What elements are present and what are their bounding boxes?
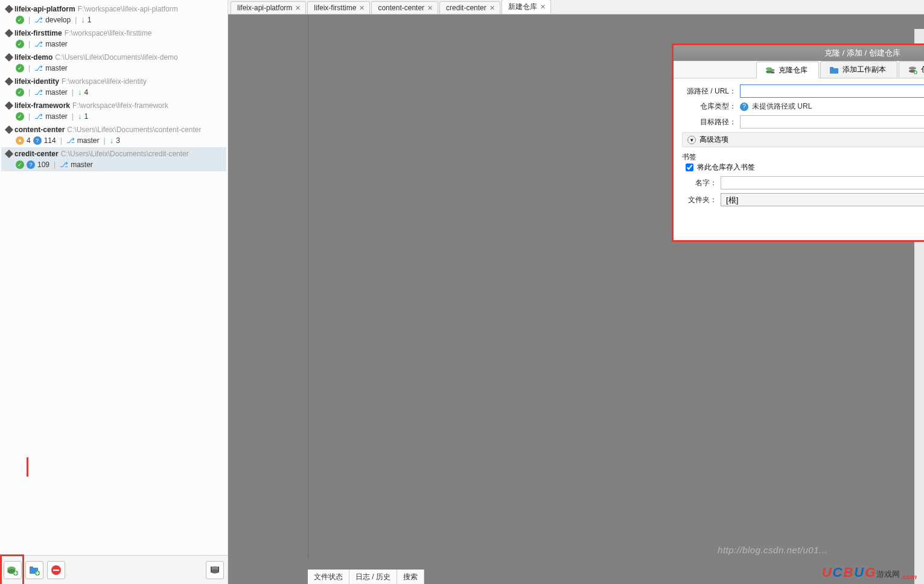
workspace-bottom-tabs: 文件状态 日志 / 历史 搜索 [308, 570, 424, 584]
close-icon[interactable]: ✕ [540, 3, 546, 11]
tab-label: lifeix-firsttime [314, 4, 356, 12]
delete-button[interactable] [47, 561, 65, 579]
repo-path: C:\Users\Lifeix\Documents\content-center [67, 124, 201, 135]
branch-icon: ⎇ [66, 135, 75, 146]
close-icon[interactable]: ✕ [359, 4, 365, 12]
repo-item[interactable]: lifeix-firsttime F:\workspace\lifeix-fir… [1, 27, 226, 51]
tab-label: content-center [378, 4, 424, 12]
tab-item[interactable]: lifeix-firsttime✕ [307, 1, 370, 14]
repo-path: C:\Users\Lifeix\Documents\lifeix-demo [55, 52, 177, 63]
diamond-icon [5, 77, 13, 86]
main-area: lifeix-api-platform✕ lifeix-firsttime✕ c… [228, 0, 924, 584]
repo-item-selected[interactable]: credit-center C:\Users\Lifeix\Documents\… [1, 147, 226, 171]
diamond-icon [5, 53, 13, 62]
tab-item[interactable]: lifeix-api-platform✕ [231, 1, 306, 14]
settings-button[interactable] [206, 561, 224, 579]
repo-branch: master [45, 39, 68, 49]
pull-icon: ↓ [78, 87, 82, 98]
tab-log-history[interactable]: 日志 / 历史 [349, 570, 397, 584]
repo-name: lifeix-identity [14, 76, 59, 87]
repo-path: F:\workspace\lifeix-api-platform [78, 4, 178, 14]
repo-item[interactable]: lifeix-demo C:\Users\Lifeix\Documents\li… [1, 51, 226, 75]
repo-item[interactable]: lifeix-framework F:\workspace\lifeix-fra… [1, 99, 226, 123]
branch-icon: ⎇ [34, 87, 43, 98]
svg-rect-17 [830, 67, 833, 69]
status-ok-icon: ✓ [16, 16, 24, 24]
tab-label: lifeix-api-platform [237, 4, 292, 12]
source-url-input[interactable] [740, 84, 924, 98]
dialog-tab-label: 添加工作副本 [843, 65, 886, 75]
diamond-icon [5, 150, 13, 158]
repo-path: F:\workspace\lifeix-firsttime [65, 28, 152, 39]
tab-item[interactable]: content-center✕ [371, 1, 438, 14]
watermark-brand: UCBUG 游戏网 .com [822, 565, 917, 580]
repo-item[interactable]: content-center C:\Users\Lifeix\Documents… [1, 123, 226, 147]
status-ok-icon: ✓ [16, 88, 24, 97]
dialog-tab-create[interactable]: 创建新仓库 [899, 61, 924, 78]
blue-count-icon: ? [33, 136, 42, 145]
label-folder: 文件夹： [682, 195, 717, 205]
repo-path: F:\workspace\lifeix-identity [62, 76, 147, 87]
workspace: 克隆 / 添加 / 创建仓库 克隆仓库 添加工作副本 创建新仓库 [228, 14, 924, 584]
repo-pull-count: 3 [116, 135, 120, 146]
tab-item[interactable]: credit-center✕ [439, 1, 500, 14]
close-icon[interactable]: ✕ [427, 4, 433, 12]
repo-branch: master [45, 111, 68, 122]
chevron-down-icon: ▾ [687, 136, 696, 144]
sidebar-toolbar [0, 555, 228, 584]
blue-count-icon: ? [27, 160, 35, 169]
status-ok-icon: ✓ [16, 40, 24, 48]
status-warn-icon: ● [16, 136, 24, 145]
repo-name: lifeix-framework [14, 100, 70, 111]
dialog-tab-bar: 克隆仓库 添加工作副本 创建新仓库 [674, 61, 924, 78]
branch-icon: ⎇ [34, 39, 43, 49]
label-source-url: 源路径 / URL： [682, 86, 736, 97]
branch-icon: ⎇ [60, 159, 68, 170]
repo-pull-count: 1 [88, 14, 92, 25]
database-plus-icon [908, 66, 917, 74]
new-repo-button[interactable] [4, 561, 22, 579]
name-input[interactable] [721, 176, 924, 189]
repo-path: F:\workspace\lifeix-framework [72, 100, 168, 111]
pull-icon: ↓ [78, 111, 82, 122]
tab-label: 新建仓库 [508, 2, 537, 12]
folder-icon [829, 66, 839, 74]
svg-rect-7 [53, 570, 59, 571]
repo-item[interactable]: lifeix-api-platform F:\workspace\lifeix-… [1, 2, 226, 27]
label-name: 名字： [682, 178, 717, 188]
svg-rect-4 [30, 567, 33, 568]
folder-select[interactable]: [根] [721, 193, 924, 206]
repo-type-message: 未提供路径或 URL [752, 101, 812, 112]
tab-file-status[interactable]: 文件状态 [308, 570, 349, 584]
svg-point-9 [211, 569, 219, 573]
repo-branch: master [71, 159, 93, 170]
repo-branch: develop [45, 14, 71, 25]
blue-count: 114 [44, 135, 56, 146]
advanced-toggle[interactable]: ▾ 高级选项 [682, 132, 924, 147]
status-ok-icon: ✓ [16, 160, 24, 169]
tab-search[interactable]: 搜索 [397, 570, 424, 584]
dialog-title: 克隆 / 添加 / 创建仓库 [674, 45, 924, 61]
repo-path: C:\Users\Lifeix\Documents\credit-center [61, 148, 189, 159]
pull-icon: ↓ [110, 135, 114, 146]
diamond-icon [5, 101, 13, 110]
bookmark-checkbox[interactable] [686, 163, 693, 171]
repo-pull-count: 1 [84, 111, 88, 122]
annotation-red-mark [27, 457, 28, 477]
close-icon[interactable]: ✕ [295, 4, 301, 12]
repo-item[interactable]: lifeix-identity F:\workspace\lifeix-iden… [1, 75, 226, 99]
info-icon: ? [740, 103, 748, 111]
close-icon[interactable]: ✕ [489, 4, 495, 12]
tab-item-active[interactable]: 新建仓库✕ [502, 0, 551, 14]
repo-name: credit-center [14, 148, 59, 159]
dialog-tab-add[interactable]: 添加工作副本 [820, 61, 897, 78]
dialog-tab-clone[interactable]: 克隆仓库 [756, 62, 819, 78]
svg-point-15 [771, 71, 775, 74]
warn-count: 4 [27, 135, 31, 146]
status-ok-icon: ✓ [16, 64, 24, 72]
diamond-icon [5, 29, 13, 37]
dest-path-input[interactable] [740, 115, 924, 129]
svg-rect-10 [211, 567, 212, 573]
advanced-label: 高级选项 [699, 135, 728, 145]
new-folder-button[interactable] [25, 561, 43, 579]
